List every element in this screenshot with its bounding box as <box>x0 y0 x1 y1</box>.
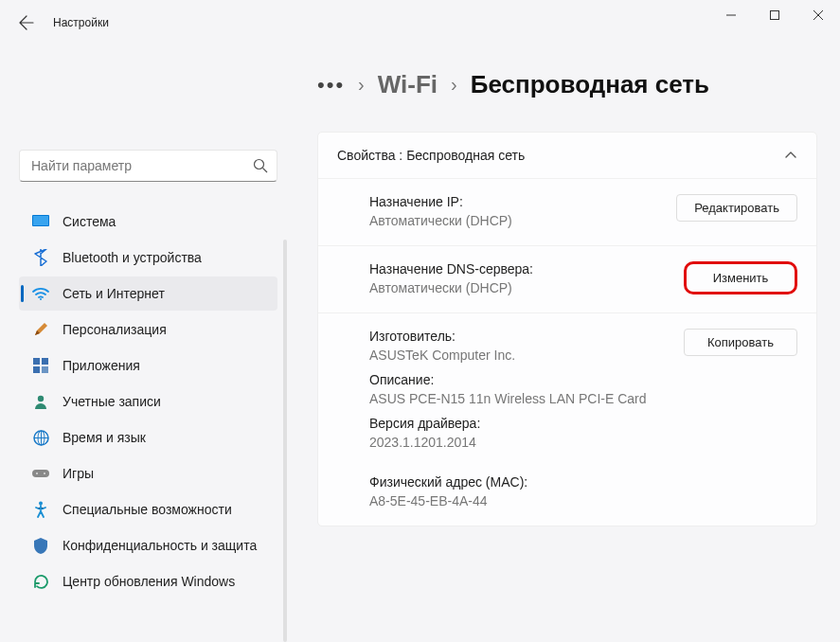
svg-point-9 <box>38 396 44 401</box>
breadcrumb: ••• › Wi-Fi › Беспроводная сеть <box>317 70 817 99</box>
sidebar-scrollbar[interactable] <box>283 240 287 642</box>
ip-assignment-row: Назначение IP: Автоматически (DHCP) Реда… <box>318 179 816 246</box>
driver-version-label: Версия драйвера: <box>369 416 684 431</box>
svg-point-1 <box>255 160 264 169</box>
description-value: ASUS PCE-N15 11n Wireless LAN PCI-E Card <box>369 391 684 406</box>
sidebar-item-gaming[interactable]: Игры <box>19 456 277 490</box>
sidebar-item-privacy[interactable]: Конфиденциальность и защита <box>19 528 277 562</box>
svg-point-14 <box>44 473 45 474</box>
window-controls <box>709 0 840 30</box>
edit-dns-button[interactable]: Изменить <box>684 261 797 294</box>
sidebar-item-network[interactable]: Сеть и Интернет <box>19 276 277 311</box>
search-icon <box>253 158 268 173</box>
apps-icon <box>32 357 49 374</box>
globe-clock-icon <box>32 429 49 446</box>
wifi-icon <box>32 285 49 302</box>
dns-label: Назначение DNS-сервера: <box>369 261 684 276</box>
display-icon <box>32 213 49 230</box>
person-icon <box>32 393 49 410</box>
back-button[interactable] <box>8 4 45 42</box>
ip-label: Назначение IP: <box>369 194 676 209</box>
sidebar-item-label: Конфиденциальность и защита <box>63 538 257 553</box>
svg-rect-3 <box>33 216 48 225</box>
main-content: ••• › Wi-Fi › Беспроводная сеть Свойства… <box>289 45 840 642</box>
sidebar-item-label: Приложения <box>63 358 140 373</box>
copy-button[interactable]: Копировать <box>684 329 797 356</box>
ip-value: Автоматически (DHCP) <box>369 213 676 228</box>
brush-icon <box>32 321 49 338</box>
svg-point-4 <box>40 298 42 300</box>
sidebar-item-personalization[interactable]: Персонализация <box>19 312 277 347</box>
description-label: Описание: <box>369 372 684 387</box>
shield-icon <box>32 537 49 554</box>
sidebar-item-bluetooth[interactable]: Bluetooth и устройства <box>19 241 277 275</box>
sidebar-item-label: Сеть и Интернет <box>63 286 165 301</box>
sidebar: Система Bluetooth и устройства Сеть и Ин… <box>0 45 289 642</box>
svg-rect-5 <box>33 358 40 365</box>
accessibility-icon <box>32 501 49 518</box>
chevron-up-icon <box>784 149 797 162</box>
card-title: Свойства : Беспроводная сеть <box>337 148 525 163</box>
mac-value: A8-5E-45-EB-4A-44 <box>369 493 684 508</box>
svg-rect-6 <box>42 358 48 365</box>
maximize-button[interactable] <box>753 0 796 30</box>
manufacturer-value: ASUSTeK Computer Inc. <box>369 348 684 363</box>
mac-label: Физический адрес (MAC): <box>369 474 684 490</box>
breadcrumb-parent[interactable]: Wi-Fi <box>378 70 438 99</box>
breadcrumb-current: Беспроводная сеть <box>471 70 709 99</box>
sidebar-item-time-language[interactable]: Время и язык <box>19 420 277 455</box>
properties-card: Свойства : Беспроводная сеть Назначение … <box>317 132 817 526</box>
svg-rect-8 <box>42 366 48 373</box>
adapter-info-row: Изготовитель: ASUSTeK Computer Inc. Опис… <box>318 313 816 526</box>
bluetooth-icon <box>32 249 49 266</box>
sidebar-item-system[interactable]: Система <box>19 205 277 239</box>
sidebar-item-label: Bluetooth и устройства <box>63 250 202 265</box>
sidebar-item-apps[interactable]: Приложения <box>19 348 277 383</box>
dns-assignment-row: Назначение DNS-сервера: Автоматически (D… <box>318 246 816 313</box>
properties-card-header[interactable]: Свойства : Беспроводная сеть <box>318 133 816 179</box>
update-icon <box>32 573 49 590</box>
gamepad-icon <box>32 465 49 482</box>
svg-rect-12 <box>32 470 49 477</box>
driver-version-value: 2023.1.1201.2014 <box>369 435 684 450</box>
sidebar-item-label: Учетные записи <box>63 394 161 409</box>
minimize-button[interactable] <box>709 0 753 30</box>
sidebar-item-accounts[interactable]: Учетные записи <box>19 384 277 419</box>
dns-value: Автоматически (DHCP) <box>369 280 684 295</box>
sidebar-item-windows-update[interactable]: Центр обновления Windows <box>19 564 277 598</box>
edit-ip-button[interactable]: Редактировать <box>676 194 797 222</box>
svg-point-13 <box>36 473 38 474</box>
sidebar-item-label: Специальные возможности <box>63 502 232 517</box>
chevron-right-icon: › <box>358 74 365 96</box>
titlebar: Настройки <box>0 0 840 45</box>
search-input[interactable] <box>19 150 277 182</box>
sidebar-item-label: Игры <box>63 466 94 481</box>
svg-rect-0 <box>771 11 779 20</box>
arrow-left-icon <box>19 15 34 30</box>
sidebar-item-label: Система <box>63 214 116 229</box>
sidebar-item-accessibility[interactable]: Специальные возможности <box>19 492 277 526</box>
sidebar-item-label: Центр обновления Windows <box>63 574 235 589</box>
nav-list: Система Bluetooth и устройства Сеть и Ин… <box>19 205 277 598</box>
manufacturer-label: Изготовитель: <box>369 329 684 344</box>
svg-point-15 <box>39 502 43 506</box>
close-button[interactable] <box>796 0 840 30</box>
chevron-right-icon: › <box>451 74 457 96</box>
svg-rect-7 <box>33 366 40 373</box>
breadcrumb-overflow[interactable]: ••• <box>317 75 345 96</box>
sidebar-item-label: Время и язык <box>63 430 146 445</box>
window-title: Настройки <box>53 16 109 29</box>
sidebar-item-label: Персонализация <box>63 322 167 337</box>
